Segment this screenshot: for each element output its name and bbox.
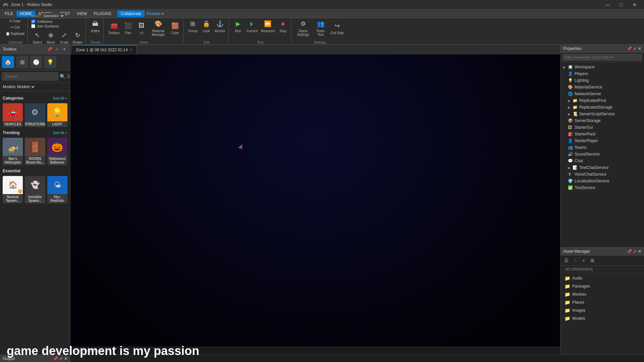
paste-button[interactable]: 📋 Duplicate (5, 31, 25, 37)
asset-folder-packages[interactable]: 📁 Packages (560, 282, 644, 290)
tree-lighting[interactable]: 💡 Lighting (560, 77, 644, 84)
color-button[interactable]: 🟫 Color (169, 18, 181, 38)
asset-expand-icon[interactable]: ⤢ (633, 249, 637, 254)
select-button[interactable]: ↖ Select (31, 29, 43, 45)
tree-test-service[interactable]: ✅ TestService (560, 184, 644, 191)
properties-close-icon[interactable]: ✕ (638, 46, 641, 51)
asset-pin-icon[interactable]: 📌 (627, 249, 632, 254)
asset-folder-models[interactable]: 📁 Models (560, 314, 644, 322)
output-expand-icon[interactable]: ⤢ (59, 356, 63, 361)
tree-chat[interactable]: 💬 Chat (560, 158, 644, 164)
toolbox-tab-recent[interactable]: 🕐 (30, 56, 42, 68)
editor-button[interactable]: 🏔 Editor (89, 18, 101, 34)
tree-replicated-first[interactable]: ▶ 📁 ReplicatedFirst (560, 97, 644, 104)
output-header-icons: 📌 ⤢ ✕ (53, 356, 67, 361)
tree-server-storage[interactable]: 📦 ServerStorage (560, 117, 644, 124)
category-light[interactable]: 💡 LIGHT (47, 103, 67, 127)
tree-sound-service[interactable]: 🔊 SoundService (560, 151, 644, 158)
part-button[interactable]: ⬛ Part (122, 18, 134, 38)
close-button[interactable]: ✕ (628, 0, 641, 9)
tree-starter-pack[interactable]: 🎒 StarterPack (560, 131, 644, 137)
move-button[interactable]: ⊕ Move (45, 29, 57, 45)
tree-starter-gui[interactable]: 🖼 StarterGui (560, 124, 644, 131)
trending-doors[interactable]: 🚪 DOORS Room No... (25, 138, 45, 165)
asset-folder-meshes[interactable]: 📁 Meshes (560, 290, 644, 298)
asset-folder-places[interactable]: 📁 Places (560, 298, 644, 306)
exit-side-button[interactable]: ↪ Exit Side (330, 18, 345, 38)
join-surfaces-checkbox[interactable]: Join Surfaces (31, 24, 59, 28)
asset-collapse-button[interactable]: - [ID:2986830884] (560, 266, 644, 273)
menu-file[interactable]: FILE (1, 11, 16, 17)
asset-folder-images[interactable]: 📁 Images (560, 306, 644, 314)
collisions-checkbox[interactable]: Collisions (31, 19, 52, 23)
team-test-button[interactable]: 👥 Team Test (313, 18, 328, 38)
filter-properties-input[interactable] (562, 54, 642, 61)
run-button[interactable]: ▶ Run (232, 18, 244, 34)
cut-button[interactable]: ✂ Cut (5, 24, 25, 30)
viewport-tab[interactable]: Zone 1 @ 08 Oct 2022 01:14 ✕ (72, 45, 137, 54)
toolbox-tab-plugins[interactable]: 💡 (44, 56, 56, 68)
output-close-icon[interactable]: ✕ (64, 356, 67, 361)
trending-halloween[interactable]: 🎃 Halloween Balloons (47, 138, 67, 165)
tree-workspace[interactable]: ▶ 🔲 Workspace (560, 64, 644, 70)
category-structure[interactable]: ⚙ STRUCTURE (25, 103, 45, 127)
lock-button[interactable]: 🔒 Lock (200, 18, 212, 34)
essential-sky[interactable]: 🌤 Sky-Realistic (47, 176, 67, 203)
anchor-button[interactable]: ⚓ Anchor (214, 18, 226, 34)
tree-text-chat-service[interactable]: ▶ 📝 TextChatService (560, 164, 644, 171)
user-avatar-btn[interactable]: Foxxive ▾ (147, 11, 164, 16)
group-button[interactable]: ⊞ Group (187, 18, 199, 34)
properties-pin-icon[interactable]: 📌 (627, 46, 632, 51)
tree-replicated-storage[interactable]: ▶ 📁 ReplicatedStorage (560, 104, 644, 111)
stop-button[interactable]: ■ Stop (277, 18, 289, 34)
essential-spawn[interactable]: 🏠 ★ Neutral Spawn... (3, 176, 23, 203)
asset-folder-audio[interactable]: 📁 Audio (560, 274, 644, 282)
search-input[interactable] (2, 72, 58, 80)
output-pin-icon[interactable]: 📌 (53, 356, 58, 361)
viewport-canvas[interactable] (70, 54, 560, 347)
tab-close-icon[interactable]: ✕ (130, 48, 132, 52)
toolbox-close-icon[interactable]: ✕ (61, 46, 67, 52)
toolbox-button[interactable]: 🧰 Toolbox (107, 18, 120, 38)
mode-select[interactable]: Geometric (41, 13, 65, 19)
current-button[interactable]: ⏵ Current (246, 18, 259, 34)
asset-menu-icon[interactable]: ☰ (562, 257, 570, 264)
tree-starter-player[interactable]: 👤 StarterPlayer (560, 137, 644, 144)
tree-network-server[interactable]: 🌐 NetworkServer (560, 90, 644, 97)
category-vehicles[interactable]: 🚗 VEHICLES (3, 103, 23, 127)
edit-group: ⊞ Group 🔒 Lock ⚓ Anchor Edit (185, 18, 229, 44)
asset-upload-icon[interactable]: ↑ (571, 257, 579, 264)
asset-close-icon[interactable]: ✕ (638, 249, 641, 254)
properties-expand-icon[interactable]: ⤢ (633, 46, 637, 51)
models-dropdown[interactable]: Models Models (0, 83, 70, 91)
tree-players[interactable]: 👤 Players (560, 70, 644, 77)
menu-plugins[interactable]: PLUGINS (90, 11, 115, 17)
toolbox-tab-models[interactable]: 🏠 (2, 56, 14, 68)
game-settings-button[interactable]: ⚙ Game Settings (295, 18, 312, 38)
toolbox-expand-icon[interactable]: ⤢ (54, 46, 60, 52)
asset-add-icon[interactable]: + (580, 257, 587, 264)
trending-helicopter[interactable]: 🚁 War's Helicopter (3, 138, 23, 165)
toolbox-tab-inventory[interactable]: ⊞ (16, 56, 28, 68)
tree-material-service[interactable]: 🎨 MaterialService (560, 84, 644, 90)
rotate-button[interactable]: ↻ Rotate (71, 29, 84, 45)
tree-teams[interactable]: 👥 Teams (560, 144, 644, 151)
filter-icon[interactable]: ☰ (67, 74, 70, 79)
essential-invisible[interactable]: 👻 Invisible Spawn... (25, 176, 45, 203)
maximize-button[interactable]: □ (614, 0, 628, 9)
asset-grid-icon[interactable]: ⊞ (589, 257, 596, 264)
collaborate-button[interactable]: Collaborate (117, 10, 145, 17)
ui-button[interactable]: 🖼 UI (136, 18, 148, 38)
tree-voice-chat-service[interactable]: 🎙 VoiceChatService (560, 171, 644, 178)
categories-see-all[interactable]: See All > (53, 96, 67, 100)
trending-see-all[interactable]: See All > (53, 131, 67, 135)
scale-button[interactable]: ⤢ Scale (58, 29, 70, 45)
material-manager-button[interactable]: 🎨 Material Manager (149, 18, 168, 38)
copy-button[interactable]: ⎘ Copy (5, 18, 25, 24)
toolbox-pin-icon[interactable]: 📌 (47, 46, 53, 52)
tree-localization-service[interactable]: 🌍 LocalizationService (560, 178, 644, 184)
tree-server-script-service[interactable]: ▶ 📜 ServerScriptService (560, 111, 644, 117)
required-button[interactable]: ⏩ Required (260, 18, 276, 34)
models-select[interactable]: Models (16, 84, 36, 89)
minimize-button[interactable]: — (601, 0, 614, 9)
